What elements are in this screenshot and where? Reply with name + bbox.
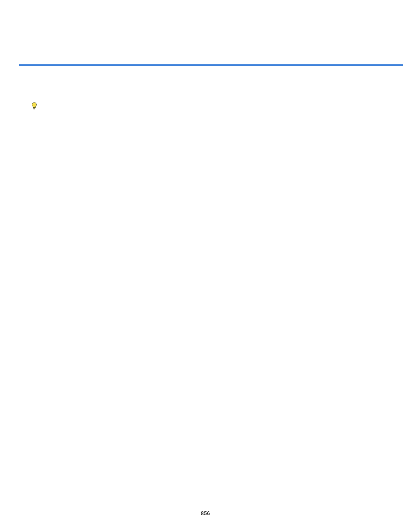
page-number: 856: [0, 510, 411, 516]
svg-rect-1: [34, 109, 35, 109]
section-divider: [31, 129, 385, 129]
lightbulb-icon: [31, 102, 37, 110]
svg-rect-0: [33, 108, 35, 109]
horizontal-rule: [19, 64, 403, 66]
